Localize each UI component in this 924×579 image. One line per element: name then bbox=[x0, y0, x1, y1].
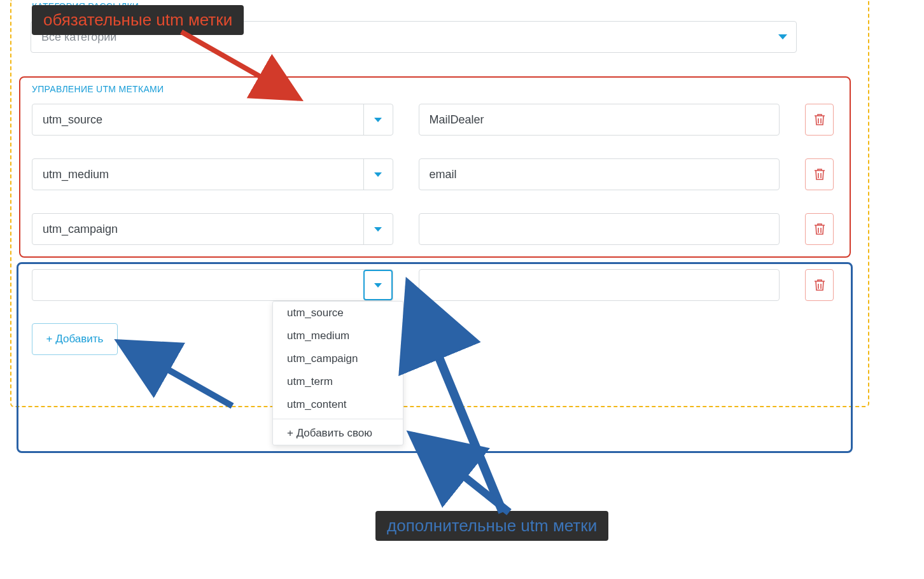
trash-icon bbox=[814, 168, 825, 181]
utm-key-value: utm_source bbox=[43, 113, 102, 127]
dropdown-add-custom[interactable]: + Добавить свою bbox=[273, 422, 403, 445]
utm-row: utm_medium bbox=[32, 158, 834, 190]
utm-row: utm_source bbox=[32, 104, 834, 136]
select-chevron[interactable] bbox=[363, 104, 393, 135]
dropdown-divider bbox=[273, 419, 403, 419]
delete-button[interactable] bbox=[805, 104, 834, 136]
chevron-down-icon bbox=[374, 172, 382, 177]
trash-icon bbox=[814, 113, 825, 126]
utm-key-value: utm_campaign bbox=[43, 223, 118, 236]
utm-value-input[interactable] bbox=[419, 104, 780, 136]
utm-row bbox=[32, 269, 834, 301]
delete-button[interactable] bbox=[805, 158, 834, 190]
utm-section-label: УПРАВЛЕНИЕ UTM МЕТКАМИ bbox=[32, 84, 164, 94]
delete-button[interactable] bbox=[805, 213, 834, 245]
callout-additional: дополнительные utm метки bbox=[375, 511, 608, 541]
chevron-down-icon bbox=[374, 227, 382, 232]
chevron-down-icon bbox=[778, 34, 787, 39]
utm-key-select[interactable]: utm_campaign bbox=[32, 213, 393, 245]
dropdown-option[interactable]: utm_term bbox=[273, 370, 403, 393]
delete-button[interactable] bbox=[805, 269, 834, 301]
utm-key-dropdown: utm_source utm_medium utm_campaign utm_t… bbox=[272, 301, 403, 445]
utm-value-input[interactable] bbox=[419, 269, 780, 301]
dropdown-option[interactable]: utm_medium bbox=[273, 324, 403, 347]
add-utm-button[interactable]: + Добавить bbox=[32, 323, 118, 355]
utm-value-input[interactable] bbox=[419, 158, 780, 190]
dropdown-option[interactable]: utm_source bbox=[273, 302, 403, 324]
utm-row: utm_campaign bbox=[32, 213, 834, 245]
select-chevron[interactable] bbox=[363, 214, 393, 244]
select-chevron[interactable] bbox=[363, 270, 393, 300]
utm-key-select[interactable]: utm_medium bbox=[32, 158, 393, 190]
utm-key-value: utm_medium bbox=[43, 168, 109, 181]
chevron-down-icon bbox=[374, 118, 382, 122]
chevron-down-icon bbox=[374, 283, 382, 288]
select-chevron[interactable] bbox=[363, 159, 393, 190]
utm-value-input[interactable] bbox=[419, 213, 780, 245]
dropdown-option[interactable]: utm_content bbox=[273, 393, 403, 416]
trash-icon bbox=[814, 279, 825, 291]
dropdown-option[interactable]: utm_campaign bbox=[273, 347, 403, 370]
utm-key-select[interactable] bbox=[32, 269, 393, 301]
utm-key-select[interactable]: utm_source bbox=[32, 104, 393, 136]
trash-icon bbox=[814, 223, 825, 235]
callout-required: обязательные utm метки bbox=[32, 5, 244, 35]
